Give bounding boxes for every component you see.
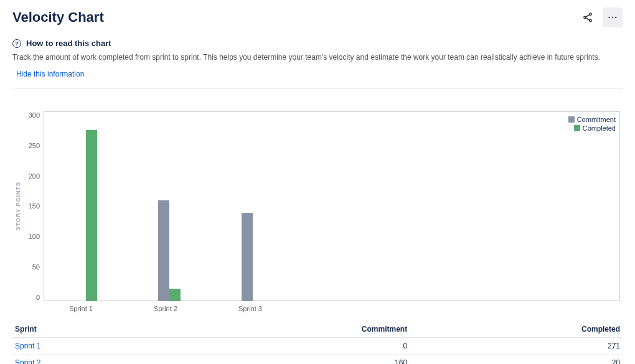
info-description: Track the amount of work completed from …: [12, 53, 623, 62]
bar-completed[interactable]: [169, 289, 181, 301]
svg-line-3: [586, 15, 590, 17]
velocity-chart: STORY POINTS 300 250 200 150 100 50 0 Co…: [15, 111, 620, 301]
svg-point-6: [612, 17, 614, 19]
chart-category: [44, 112, 128, 301]
hide-info-link[interactable]: Hide this information: [16, 70, 84, 78]
legend-item-commitment: Commitment: [568, 116, 616, 123]
section-divider: [12, 88, 623, 89]
chart-category: [128, 112, 211, 301]
page-header: Velocity Chart: [12, 7, 623, 27]
table-row: Sprint 10271: [12, 338, 623, 355]
legend-label: Commitment: [577, 116, 616, 123]
sprint-link[interactable]: Sprint 1: [12, 338, 162, 355]
y-tick: 150: [29, 202, 40, 210]
chart-legend: Commitment Completed: [568, 116, 616, 133]
y-axis-label: STORY POINTS: [15, 182, 21, 230]
info-heading: How to read this chart: [26, 39, 111, 48]
legend-label: Completed: [583, 124, 616, 132]
y-tick: 300: [29, 111, 40, 119]
svg-point-7: [615, 17, 617, 19]
col-completed: Completed: [410, 321, 623, 338]
page-title: Velocity Chart: [12, 9, 104, 26]
share-icon: [582, 12, 593, 23]
x-axis-ticks: Sprint 1Sprint 2Sprint 3: [39, 305, 623, 312]
x-tick: Sprint 3: [208, 305, 293, 312]
svg-point-1: [584, 16, 586, 18]
svg-point-2: [590, 20, 591, 22]
y-tick: 200: [29, 172, 40, 180]
x-tick: Sprint 2: [123, 305, 208, 312]
cell-commitment: 160: [162, 355, 410, 365]
info-heading-row: ? How to read this chart: [12, 39, 623, 48]
table-header-row: Sprint Commitment Completed: [12, 321, 623, 338]
legend-swatch-completed: [574, 125, 580, 131]
bar-commitment[interactable]: [158, 200, 169, 301]
more-actions-button[interactable]: [603, 7, 623, 27]
col-commitment: Commitment: [162, 321, 410, 338]
share-button[interactable]: [578, 7, 598, 27]
header-actions: [578, 7, 623, 27]
y-tick: 100: [29, 233, 40, 240]
y-axis-ticks: 300 250 200 150 100 50 0: [24, 111, 44, 301]
x-tick: Sprint 1: [39, 305, 123, 312]
cell-completed: 271: [410, 338, 623, 355]
legend-item-completed: Completed: [568, 124, 616, 132]
col-sprint: Sprint: [12, 321, 162, 338]
bar-completed[interactable]: [86, 130, 97, 301]
chart-category: [211, 112, 294, 301]
y-tick: 0: [36, 294, 40, 301]
more-horizontal-icon: [607, 12, 618, 23]
cell-commitment: 0: [162, 338, 410, 355]
plot-area: Commitment Completed: [44, 111, 620, 301]
svg-point-5: [608, 17, 610, 19]
sprint-link[interactable]: Sprint 2: [12, 355, 162, 365]
y-tick: 50: [32, 263, 40, 271]
bar-commitment[interactable]: [242, 213, 253, 301]
help-icon: ?: [12, 39, 21, 48]
legend-swatch-commitment: [568, 116, 575, 123]
velocity-table: Sprint Commitment Completed Sprint 10271…: [12, 321, 623, 364]
table-row: Sprint 216020: [12, 355, 623, 365]
svg-line-4: [586, 18, 590, 21]
y-tick: 250: [29, 142, 40, 149]
svg-point-0: [590, 13, 591, 15]
cell-completed: 20: [410, 355, 623, 365]
